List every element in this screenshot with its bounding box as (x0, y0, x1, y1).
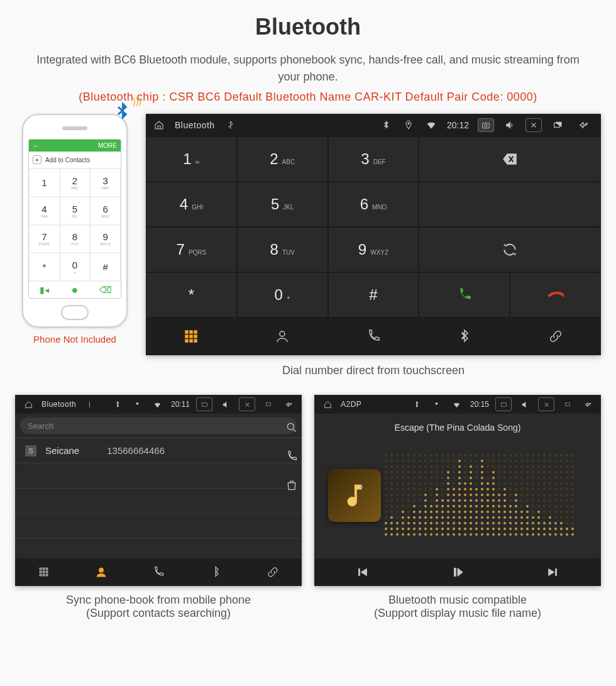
wifi-icon (450, 397, 464, 411)
volume-icon[interactable] (219, 397, 233, 411)
phone-key-4[interactable]: 4GHI (29, 197, 60, 225)
backspace-button[interactable] (419, 136, 601, 182)
phone-key-9[interactable]: 9WXYZ (90, 225, 121, 253)
home-icon[interactable] (21, 397, 35, 411)
close-app-icon[interactable] (239, 397, 255, 411)
key-1[interactable]: 1∞ (146, 136, 237, 182)
phone-backspace-button[interactable]: ⌫ (90, 282, 121, 298)
bluetooth-status-icon (379, 118, 393, 132)
svg-rect-8 (190, 335, 192, 338)
search-input[interactable]: Search (20, 418, 297, 434)
phone-key-8[interactable]: 8TUV (60, 225, 91, 253)
svg-rect-4 (185, 331, 188, 333)
usb-icon (82, 397, 96, 411)
phone-video-call-button[interactable]: ▮◂ (29, 282, 60, 298)
tab-pair[interactable] (245, 558, 302, 586)
key-star[interactable]: * (146, 272, 237, 318)
back-icon[interactable] (573, 118, 595, 132)
svg-rect-21 (40, 571, 41, 573)
delete-icon[interactable] (285, 479, 298, 492)
play-pause-button[interactable] (410, 558, 505, 586)
a2dp-screen: A2DP 20:15 Escape (The Pina Colada Song) (314, 395, 601, 586)
bluetooth-icon: ))) (111, 100, 133, 121)
phone-home-button[interactable] (61, 305, 89, 320)
music-visualizer (314, 433, 601, 558)
tab-bluetooth[interactable] (419, 318, 510, 355)
redial-button[interactable] (419, 227, 601, 272)
back-icon[interactable] (581, 397, 595, 411)
key-9[interactable]: 9WXYZ (328, 227, 419, 272)
svg-rect-1 (483, 123, 490, 128)
close-app-icon[interactable] (538, 397, 554, 411)
tab-call-log[interactable] (328, 318, 419, 355)
key-7[interactable]: 7PQRS (146, 227, 237, 272)
svg-rect-18 (40, 568, 41, 570)
recent-apps-icon[interactable] (561, 397, 575, 411)
call-button[interactable] (419, 272, 510, 318)
phone-dial-button[interactable]: ● (60, 282, 91, 298)
phone-more-label[interactable]: MORE (98, 142, 117, 149)
back-icon[interactable]: ← (33, 142, 39, 149)
key-8[interactable]: 8TUV (237, 227, 328, 272)
bluetooth-status-icon (111, 397, 124, 411)
key-4[interactable]: 4GHI (146, 182, 237, 227)
prev-track-button[interactable] (314, 558, 410, 586)
key-6[interactable]: 6MNO (328, 182, 419, 227)
phone-key-5[interactable]: 5JKL (60, 197, 91, 225)
tab-call-log[interactable] (129, 558, 187, 586)
page-title: Bluetooth (0, 0, 616, 40)
volume-icon[interactable] (503, 118, 517, 132)
svg-point-14 (136, 402, 138, 404)
key-0[interactable]: 0+ (237, 272, 328, 318)
phone-key-6[interactable]: 6MNO (90, 197, 121, 225)
recent-apps-icon[interactable] (551, 118, 564, 132)
hangup-button[interactable] (510, 272, 601, 318)
tab-pair[interactable] (510, 318, 601, 355)
back-icon[interactable] (282, 397, 295, 411)
tab-bluetooth[interactable] (187, 558, 245, 586)
phone-key-2[interactable]: 2ABC (60, 169, 91, 197)
tab-contacts[interactable] (72, 558, 129, 586)
phone-key-*[interactable]: * (29, 253, 60, 281)
recent-apps-icon[interactable] (261, 397, 275, 411)
key-3[interactable]: 3DEF (328, 136, 419, 182)
phone-key-1[interactable]: 1 (29, 169, 60, 197)
tab-keypad[interactable] (15, 558, 72, 586)
a2dp-panel: A2DP 20:15 Escape (The Pina Colada Song) (314, 395, 601, 620)
next-track-button[interactable] (505, 558, 601, 586)
key-hash[interactable]: # (328, 272, 419, 318)
bluetooth-status-icon (410, 397, 424, 411)
svg-rect-15 (202, 402, 207, 406)
volume-icon[interactable] (518, 397, 532, 411)
svg-point-13 (280, 331, 285, 336)
phone-key-7[interactable]: 7PQRS (29, 225, 60, 253)
call-icon[interactable] (285, 450, 298, 463)
tab-contacts[interactable] (237, 318, 328, 355)
svg-rect-10 (185, 340, 188, 342)
svg-rect-30 (565, 402, 569, 406)
svg-rect-24 (40, 574, 41, 576)
svg-point-28 (436, 402, 437, 404)
screenshot-icon[interactable] (495, 397, 512, 411)
phone-key-0[interactable]: 0+ (60, 253, 91, 281)
phone-key-3[interactable]: 3DEF (90, 169, 121, 197)
phone-key-#[interactable]: # (90, 253, 121, 281)
svg-rect-11 (190, 340, 192, 342)
track-title: Escape (The Pina Colada Song) (395, 423, 521, 433)
close-app-icon[interactable] (525, 118, 542, 132)
home-icon[interactable] (152, 118, 166, 132)
key-5[interactable]: 5JKL (237, 182, 328, 227)
tab-keypad[interactable] (146, 318, 237, 355)
phone-keypad: 12ABC3DEF4GHI5JKL6MNO7PQRS8TUV9WXYZ*0+# (29, 169, 121, 281)
search-icon[interactable] (285, 421, 298, 434)
contact-row[interactable]: SSeicane13566664466 (15, 438, 302, 463)
svg-point-27 (99, 568, 103, 572)
add-to-contacts-row[interactable]: + Add to Contacts (29, 152, 121, 169)
screenshot-icon[interactable] (196, 397, 212, 411)
dialer-screen-title: Bluetooth (175, 120, 215, 130)
screenshot-icon[interactable] (478, 118, 494, 132)
key-2[interactable]: 2ABC (237, 136, 328, 182)
a2dp-status-bar: A2DP 20:15 (314, 395, 601, 414)
home-icon[interactable] (321, 397, 334, 411)
svg-rect-5 (190, 331, 192, 333)
